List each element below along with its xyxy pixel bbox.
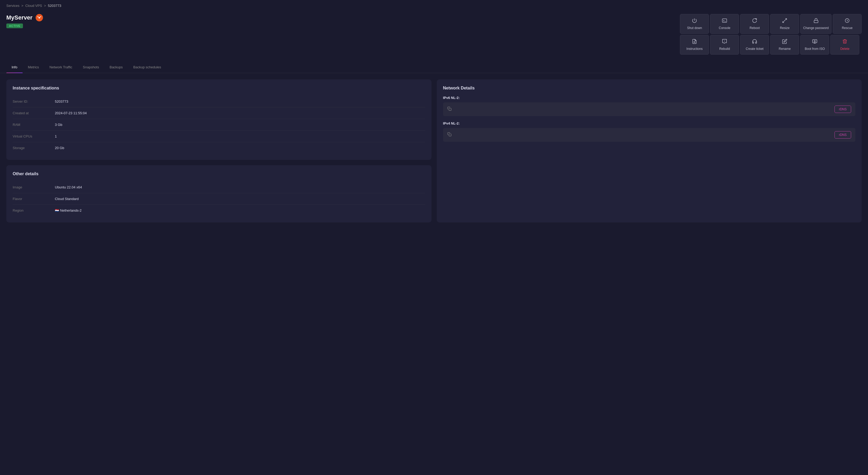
resize-label: Resize — [780, 26, 790, 30]
spec-value-server-id: 5203773 — [55, 99, 68, 103]
spec-row-ram: RAM 3 Gb — [13, 119, 425, 130]
console-button[interactable]: Console — [710, 14, 739, 34]
spec-value-storage: 20 Gb — [55, 146, 64, 150]
tab-info[interactable]: Info — [6, 62, 23, 73]
resize-icon — [782, 18, 787, 24]
other-details-title: Other details — [13, 172, 425, 176]
instance-specs-column: Instance specifications Server ID: 52037… — [6, 80, 432, 222]
create-ticket-label: Create ticket — [746, 47, 764, 51]
instructions-button[interactable]: Instructions — [680, 35, 709, 55]
action-row-2: Instructions Rebuild Cre — [680, 35, 862, 55]
action-row-1: Shut down Console Reboot — [680, 14, 862, 34]
rename-icon — [782, 39, 787, 45]
ipv4-row: rDNS — [443, 128, 856, 142]
change-password-icon — [813, 18, 819, 24]
tab-backups[interactable]: Backups — [104, 62, 128, 73]
spec-value-created-at: 2024-07-23 11:55:04 — [55, 111, 87, 115]
tab-snapshots[interactable]: Snapshots — [78, 62, 104, 73]
change-password-label: Change password — [803, 26, 829, 30]
status-badge: ACTIVE — [6, 24, 23, 28]
content-area: Instance specifications Server ID: 52037… — [0, 73, 868, 229]
svg-rect-13 — [449, 108, 451, 111]
rebuild-button[interactable]: Rebuild — [710, 35, 739, 55]
spec-row-server-id: Server ID: 5203773 — [13, 96, 425, 108]
other-label-region: Region — [13, 208, 55, 212]
delete-label: Delete — [840, 47, 849, 51]
tabs-bar: Info Metrics Network Traffic Snapshots B… — [0, 62, 868, 73]
create-ticket-icon — [752, 39, 757, 45]
server-name-row: MyServer — [6, 14, 43, 21]
instance-specs-title: Instance specifications — [13, 86, 425, 90]
console-icon — [722, 18, 727, 24]
svg-rect-4 — [722, 19, 727, 22]
rename-button[interactable]: Rename — [770, 35, 799, 55]
spec-rows: Server ID: 5203773 Created at 2024-07-23… — [13, 96, 425, 154]
rename-label: Rename — [779, 47, 791, 51]
server-info: MyServer ACTIVE — [6, 14, 43, 28]
reboot-button[interactable]: Reboot — [740, 14, 769, 34]
other-details-card: Other details Image Ubuntu 22.04 x64 Fla… — [6, 165, 432, 222]
network-details-card: Network Details IPv6 NL-2: rDNS IPv4 NL-… — [437, 80, 862, 222]
ipv4-rdns-button[interactable]: rDNS — [835, 131, 851, 139]
other-value-region: 🇳🇱 Netherlands-2 — [55, 208, 82, 212]
breadcrumb: Services > Cloud VPS > 5203773 — [0, 0, 868, 11]
delete-button[interactable]: Delete — [830, 35, 859, 55]
resize-button[interactable]: Resize — [770, 14, 799, 34]
ipv4-label: IPv4 NL-2: — [443, 121, 856, 125]
rescue-label: Rescue — [842, 26, 853, 30]
reboot-label: Reboot — [750, 26, 760, 30]
boot-from-iso-button[interactable]: Boot from ISO — [800, 35, 829, 55]
spec-label-cpus: Virtual CPUs — [13, 134, 55, 138]
spec-label-storage: Storage — [13, 146, 55, 150]
ipv6-section: IPv6 NL-2: rDNS — [443, 96, 856, 116]
shut-down-button[interactable]: Shut down — [680, 14, 709, 34]
page-header: MyServer ACTIVE Shut down — [0, 11, 868, 60]
spec-row-created-at: Created at 2024-07-23 11:55:04 — [13, 108, 425, 119]
ipv6-copy-icon[interactable] — [447, 107, 452, 112]
spec-label-created-at: Created at — [13, 111, 55, 115]
ipv6-rdns-button[interactable]: rDNS — [835, 106, 851, 113]
svg-rect-5 — [814, 20, 818, 23]
reboot-icon — [752, 18, 757, 24]
ipv4-copy-icon[interactable] — [447, 132, 452, 138]
breadcrumb-services[interactable]: Services — [6, 4, 20, 8]
spec-row-storage: Storage 20 Gb — [13, 142, 425, 154]
other-row-image: Image Ubuntu 22.04 x64 — [13, 182, 425, 193]
instructions-icon — [692, 39, 697, 45]
other-row-flavor: Flavor Cloud Standard — [13, 193, 425, 205]
ipv6-row: rDNS — [443, 102, 856, 116]
spec-label-server-id: Server ID: — [13, 99, 55, 103]
rescue-button[interactable]: Rescue — [833, 14, 862, 34]
rescue-icon — [844, 18, 850, 24]
tab-network-traffic[interactable]: Network Traffic — [44, 62, 78, 73]
instructions-label: Instructions — [686, 47, 703, 51]
delete-icon — [842, 39, 847, 45]
other-detail-rows: Image Ubuntu 22.04 x64 Flavor Cloud Stan… — [13, 182, 425, 216]
tab-backup-schedules[interactable]: Backup schedules — [128, 62, 166, 73]
svg-point-12 — [814, 41, 815, 42]
other-label-flavor: Flavor — [13, 197, 55, 201]
network-details-title: Network Details — [443, 86, 856, 90]
breadcrumb-cloud-vps[interactable]: Cloud VPS — [25, 4, 42, 8]
spec-row-cpus: Virtual CPUs 1 — [13, 130, 425, 142]
server-name: MyServer — [6, 14, 32, 21]
rebuild-icon — [722, 39, 727, 45]
ubuntu-icon — [36, 14, 43, 21]
svg-rect-9 — [813, 39, 817, 43]
ipv4-section: IPv4 NL-2: rDNS — [443, 121, 856, 142]
other-row-region: Region 🇳🇱 Netherlands-2 — [13, 205, 425, 216]
tab-metrics[interactable]: Metrics — [23, 62, 44, 73]
boot-from-iso-label: Boot from ISO — [805, 47, 825, 51]
shut-down-label: Shut down — [687, 26, 702, 30]
svg-point-1 — [38, 17, 40, 19]
create-ticket-button[interactable]: Create ticket — [740, 35, 769, 55]
console-label: Console — [719, 26, 730, 30]
instance-specs-card: Instance specifications Server ID: 52037… — [6, 80, 432, 160]
spec-value-cpus: 1 — [55, 134, 57, 138]
other-value-image: Ubuntu 22.04 x64 — [55, 185, 82, 189]
spec-value-ram: 3 Gb — [55, 123, 62, 127]
region-flag: 🇳🇱 — [55, 208, 59, 212]
other-value-flavor: Cloud Standard — [55, 197, 79, 201]
change-password-button[interactable]: Change password — [800, 14, 832, 34]
svg-point-2 — [40, 16, 41, 17]
